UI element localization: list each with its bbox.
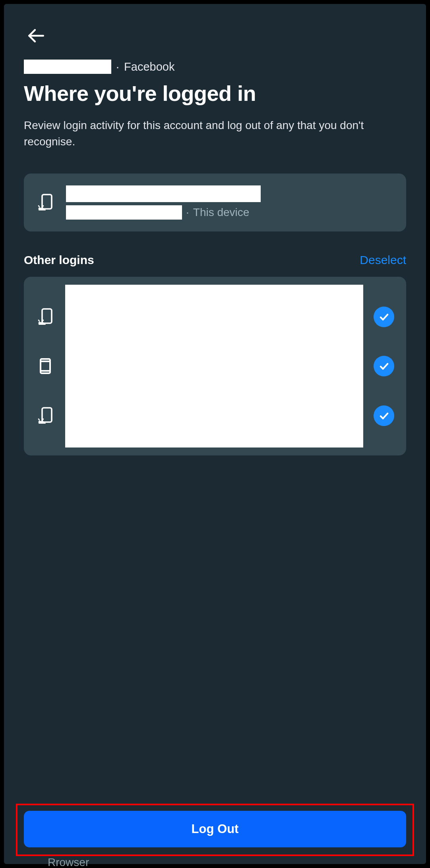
other-logins-card	[24, 277, 406, 455]
android-device-icon	[36, 193, 55, 212]
breadcrumb: · Facebook	[24, 60, 406, 74]
other-logins-title: Other logins	[24, 253, 94, 267]
screen: · Facebook Where you're logged in Review…	[4, 4, 426, 864]
device-name-redacted	[66, 185, 261, 202]
login-details-redacted	[65, 285, 363, 448]
check-icon	[378, 410, 389, 421]
svg-line-17	[39, 419, 39, 420]
svg-line-18	[43, 419, 43, 420]
android-device-icon	[36, 406, 55, 425]
underlay-text: Rrowser	[48, 856, 89, 868]
breadcrumb-app: Facebook	[124, 60, 174, 73]
logout-button[interactable]: Log Out	[24, 811, 406, 847]
footer-area: Log Out	[4, 796, 426, 864]
this-device-label: This device	[193, 206, 250, 219]
tablet-device-icon	[36, 357, 55, 376]
arrow-left-icon	[26, 26, 46, 46]
svg-rect-1	[42, 195, 52, 209]
device-location-redacted	[66, 205, 182, 220]
check-icon	[378, 361, 389, 372]
login-selected-check[interactable]	[374, 405, 394, 426]
check-icon	[378, 311, 389, 322]
checkmarks-column	[374, 285, 394, 448]
device-meta: · This device	[66, 205, 394, 220]
svg-line-4	[39, 206, 39, 207]
deselect-link[interactable]: Deselect	[360, 253, 406, 267]
page-subtitle: Review login activity for this account a…	[24, 118, 406, 150]
back-button[interactable]	[24, 24, 48, 48]
page-title: Where you're logged in	[24, 81, 406, 106]
svg-line-10	[43, 320, 43, 321]
login-icons-column	[36, 285, 55, 448]
section-header: Other logins Deselect	[24, 253, 406, 267]
current-device-card[interactable]: · This device	[24, 174, 406, 231]
android-device-icon	[36, 307, 55, 326]
device-row: · This device	[36, 185, 394, 220]
account-name-redacted	[24, 60, 111, 74]
header-area: · Facebook Where you're logged in Review…	[4, 4, 426, 174]
breadcrumb-separator: ·	[116, 60, 119, 73]
svg-rect-14	[42, 408, 52, 422]
login-selected-check[interactable]	[374, 356, 394, 376]
meta-separator: ·	[186, 206, 189, 219]
login-selected-check[interactable]	[374, 307, 394, 327]
svg-rect-6	[42, 309, 52, 323]
svg-line-9	[39, 320, 39, 321]
device-info: · This device	[66, 185, 394, 220]
svg-line-5	[43, 206, 43, 207]
